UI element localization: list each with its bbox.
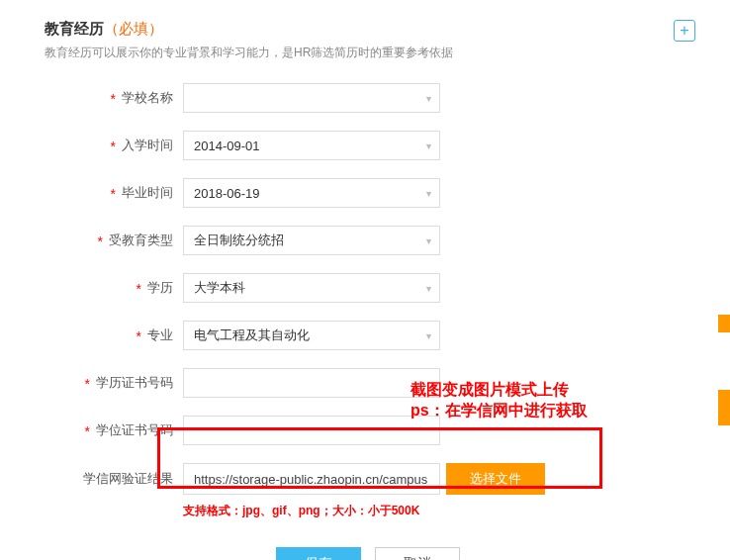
add-button[interactable]: + bbox=[674, 20, 695, 42]
choose-file-button[interactable]: 选择文件 bbox=[446, 463, 545, 495]
required-tag: （必填） bbox=[104, 20, 163, 37]
section-subtitle: 教育经历可以展示你的专业背景和学习能力，是HR筛选简历时的重要参考依据 bbox=[45, 45, 690, 61]
label-edutype: *受教育类型 bbox=[45, 232, 183, 249]
degree-select[interactable]: 大学本科▾ bbox=[183, 273, 440, 303]
section-title: 教育经历（必填） bbox=[45, 20, 163, 37]
grad-date-input[interactable]: 2018-06-19▾ bbox=[183, 178, 440, 208]
chevron-down-icon: ▾ bbox=[426, 188, 431, 199]
label-degree: *学历 bbox=[45, 279, 183, 297]
enroll-date-input[interactable]: 2014-09-01▾ bbox=[183, 131, 440, 160]
chevron-down-icon: ▾ bbox=[426, 330, 431, 341]
save-button[interactable]: 保存 bbox=[276, 547, 361, 560]
cert-diploma-input[interactable] bbox=[183, 416, 440, 445]
edutype-select[interactable]: 全日制统分统招▾ bbox=[183, 226, 440, 255]
major-select[interactable]: 电气工程及其自动化▾ bbox=[183, 321, 440, 350]
chevron-down-icon: ▾ bbox=[426, 235, 431, 246]
side-marker-1 bbox=[718, 315, 730, 332]
upload-hint: 支持格式：jpg、gif、png；大小：小于500K bbox=[183, 503, 690, 519]
chevron-down-icon: ▾ bbox=[426, 93, 431, 104]
plus-icon: + bbox=[680, 22, 688, 40]
section-header: 教育经历（必填） + 教育经历可以展示你的专业背景和学习能力，是HR筛选简历时的… bbox=[45, 20, 690, 61]
cancel-button[interactable]: 取消 bbox=[375, 547, 460, 560]
chsi-url-input[interactable] bbox=[183, 463, 440, 495]
education-form: *学校名称 ▾ *入学时间 2014-09-01▾ *毕业时间 2018-06-… bbox=[45, 83, 690, 560]
label-grad: *毕业时间 bbox=[45, 184, 183, 202]
label-enroll: *入学时间 bbox=[45, 137, 183, 154]
side-marker-2 bbox=[718, 390, 730, 425]
cert-degree-input[interactable] bbox=[183, 368, 440, 398]
label-major: *专业 bbox=[45, 327, 183, 344]
label-chsi: *学信网验证结果 bbox=[45, 470, 183, 488]
label-cert-diploma: *学位证书号码 bbox=[45, 421, 183, 439]
label-cert-degree: *学历证书号码 bbox=[45, 374, 183, 392]
school-input[interactable]: ▾ bbox=[183, 83, 440, 113]
label-school: *学校名称 bbox=[45, 89, 183, 107]
chevron-down-icon: ▾ bbox=[426, 283, 431, 294]
chevron-down-icon: ▾ bbox=[426, 140, 431, 151]
